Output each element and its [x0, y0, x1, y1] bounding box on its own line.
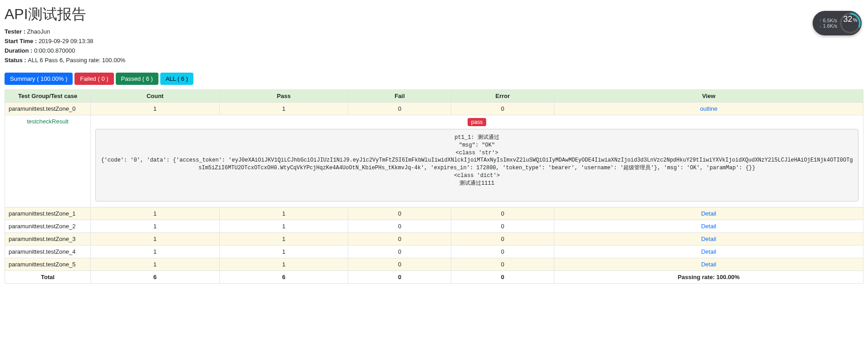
- view-link[interactable]: outline: [700, 105, 717, 112]
- table-row: paramunittest.testZone_21100Detail: [5, 220, 863, 233]
- page-title: API测试报告: [5, 5, 863, 25]
- row-error: 0: [451, 258, 554, 271]
- row-view: Detail: [554, 246, 863, 258]
- view-link[interactable]: Detail: [701, 210, 716, 217]
- tab-all[interactable]: ALL ( 6 ): [160, 73, 193, 85]
- usage-ring: 32 %: [840, 13, 861, 34]
- tester-label: Tester :: [5, 28, 27, 35]
- net-rates: 6.5K/s 1.6K/s: [819, 18, 837, 29]
- row-count: 1: [91, 258, 220, 271]
- row-count: 1: [91, 220, 220, 233]
- total-count: 6: [91, 271, 220, 284]
- table-row: paramunittest.testZone_01100outline: [5, 103, 863, 115]
- row-pass: 1: [219, 220, 348, 233]
- tab-passed[interactable]: Passed ( 6 ): [116, 73, 158, 85]
- case-name-cell: testcheckResult: [5, 115, 91, 207]
- row-fail: 0: [348, 207, 451, 220]
- row-view: Detail: [554, 207, 863, 220]
- row-count: 1: [91, 207, 220, 220]
- row-name: paramunittest.testZone_1: [5, 207, 91, 220]
- row-error: 0: [451, 220, 554, 233]
- col-pass: Pass: [219, 90, 348, 103]
- row-fail: 0: [348, 258, 451, 271]
- row-error: 0: [451, 246, 554, 258]
- row-pass: 1: [219, 246, 348, 258]
- case-link[interactable]: testcheckResult: [9, 118, 87, 125]
- row-fail: 0: [348, 220, 451, 233]
- col-fail: Fail: [348, 90, 451, 103]
- row-view: Detail: [554, 233, 863, 246]
- row-name: paramunittest.testZone_2: [5, 220, 91, 233]
- total-fail: 0: [348, 271, 451, 284]
- col-view: View: [554, 90, 863, 103]
- total-row: Total6600Passing rate: 100.00%: [5, 271, 863, 284]
- row-name: paramunittest.testZone_0: [5, 103, 91, 115]
- status-value: ALL 6 Pass 6, Passing rate: 100.00%: [28, 57, 125, 64]
- total-rate: Passing rate: 100.00%: [554, 271, 863, 284]
- start-value: 2019-09-29 09:13:38: [39, 38, 94, 44]
- table-row: paramunittest.testZone_31100Detail: [5, 233, 863, 246]
- tab-summary[interactable]: Summary ( 100.00% ): [5, 73, 73, 85]
- row-pass: 1: [219, 258, 348, 271]
- view-link[interactable]: Detail: [701, 223, 716, 230]
- row-name: paramunittest.testZone_3: [5, 233, 91, 246]
- row-fail: 0: [348, 103, 451, 115]
- row-count: 1: [91, 103, 220, 115]
- row-error: 0: [451, 233, 554, 246]
- table-row: paramunittest.testZone_41100Detail: [5, 246, 863, 258]
- col-error: Error: [451, 90, 554, 103]
- filter-tabs: Summary ( 100.00% ) Failed ( 0 ) Passed …: [5, 73, 863, 85]
- table-row: paramunittest.testZone_11100Detail: [5, 207, 863, 220]
- duration-value: 0:00:00.870000: [34, 47, 75, 54]
- row-error: 0: [451, 103, 554, 115]
- row-view: outline: [554, 103, 863, 115]
- row-name: paramunittest.testZone_5: [5, 258, 91, 271]
- view-link[interactable]: Detail: [701, 248, 716, 255]
- row-view: Detail: [554, 220, 863, 233]
- case-detail-cell: passpt1_1: 测试通过 "msg": "OK" <class 'str'…: [91, 115, 863, 207]
- row-pass: 1: [219, 103, 348, 115]
- duration-label: Duration :: [5, 47, 34, 54]
- tab-failed[interactable]: Failed ( 0 ): [74, 73, 113, 85]
- total-label: Total: [5, 271, 91, 284]
- row-count: 1: [91, 246, 220, 258]
- col-count: Count: [91, 90, 220, 103]
- perf-widget: 6.5K/s 1.6K/s 32 %: [813, 11, 862, 35]
- tester-value: ZhaoJun: [27, 28, 50, 35]
- row-pass: 1: [219, 233, 348, 246]
- rate-up: 6.5K/s: [819, 18, 837, 23]
- view-link[interactable]: Detail: [701, 261, 716, 268]
- status-badge: pass: [468, 118, 486, 126]
- start-label: Start Time :: [5, 38, 39, 44]
- row-name: paramunittest.testZone_4: [5, 246, 91, 258]
- col-name: Test Group/Test case: [5, 90, 91, 103]
- total-pass: 6: [219, 271, 348, 284]
- row-fail: 0: [348, 246, 451, 258]
- report-meta: Tester : ZhaoJun Start Time : 2019-09-29…: [5, 28, 863, 64]
- row-pass: 1: [219, 207, 348, 220]
- row-fail: 0: [348, 233, 451, 246]
- rate-down: 1.6K/s: [819, 23, 837, 29]
- row-count: 1: [91, 233, 220, 246]
- row-view: Detail: [554, 258, 863, 271]
- total-error: 0: [451, 271, 554, 284]
- table-row: paramunittest.testZone_51100Detail: [5, 258, 863, 271]
- row-error: 0: [451, 207, 554, 220]
- table-header-row: Test Group/Test case Count Pass Fail Err…: [5, 90, 863, 103]
- usage-value: 32 %: [842, 15, 859, 32]
- case-output: pt1_1: 测试通过 "msg": "OK" <class 'str'> {'…: [95, 129, 858, 201]
- view-link[interactable]: Detail: [701, 236, 716, 242]
- results-table: Test Group/Test case Count Pass Fail Err…: [5, 89, 863, 284]
- case-row: testcheckResultpasspt1_1: 测试通过 "msg": "O…: [5, 115, 863, 207]
- status-label: Status :: [5, 57, 28, 64]
